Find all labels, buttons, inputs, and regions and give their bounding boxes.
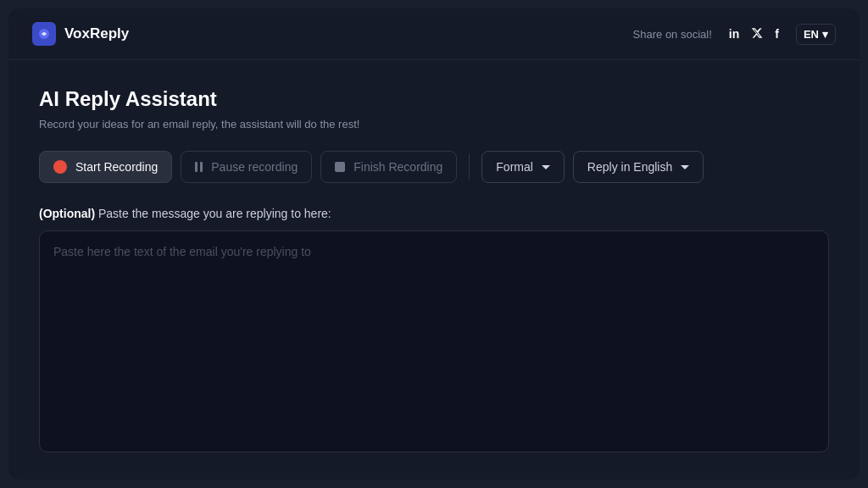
page-subtitle: Record your ideas for an email reply, th… xyxy=(39,118,829,130)
controls-divider xyxy=(469,154,470,180)
page-title: AI Reply Assistant xyxy=(39,87,829,111)
record-dot-icon xyxy=(53,160,67,174)
pause-recording-label: Pause recording xyxy=(211,160,298,174)
twitter-icon[interactable] xyxy=(751,27,763,42)
language-dropdown-label: Reply in English xyxy=(587,160,672,174)
linkedin-icon[interactable]: in xyxy=(729,27,739,41)
pause-bar-left xyxy=(195,162,198,172)
app-wrapper: VoxReply Share on social! in f EN ▾ AI R… xyxy=(8,8,860,480)
header-right: Share on social! in f EN ▾ xyxy=(633,24,836,45)
facebook-icon[interactable]: f xyxy=(775,27,779,41)
pause-bar-right xyxy=(200,162,203,172)
main-content: AI Reply Assistant Record your ideas for… xyxy=(8,60,860,480)
finish-icon xyxy=(335,162,345,172)
optional-text: Paste the message you are replying to he… xyxy=(95,207,331,220)
tone-dropdown[interactable]: Formal xyxy=(481,151,565,183)
social-icons: in f xyxy=(729,27,779,42)
logo-area: VoxReply xyxy=(32,22,129,46)
logo-text: VoxReply xyxy=(64,25,129,42)
tone-chevron-icon xyxy=(542,165,550,169)
lang-label: EN xyxy=(804,28,819,41)
finish-recording-button[interactable]: Finish Recording xyxy=(320,151,457,183)
controls-row: Start Recording Pause recording Finish R… xyxy=(39,151,829,183)
start-recording-button[interactable]: Start Recording xyxy=(39,151,172,183)
lang-chevron-icon xyxy=(681,165,689,169)
finish-recording-label: Finish Recording xyxy=(353,160,442,174)
optional-label: (Optional) Paste the message you are rep… xyxy=(39,207,829,220)
optional-prefix: (Optional) xyxy=(39,207,95,220)
language-dropdown[interactable]: Reply in English xyxy=(573,151,704,183)
lang-selector[interactable]: EN ▾ xyxy=(796,24,836,45)
pause-recording-button[interactable]: Pause recording xyxy=(181,151,312,183)
pause-icon xyxy=(195,162,203,172)
header: VoxReply Share on social! in f EN ▾ xyxy=(8,8,860,60)
start-recording-label: Start Recording xyxy=(75,160,158,174)
share-text: Share on social! xyxy=(633,28,712,41)
lang-chevron: ▾ xyxy=(822,28,828,41)
tone-dropdown-label: Formal xyxy=(496,160,533,174)
logo-icon xyxy=(32,22,56,46)
reply-textarea[interactable] xyxy=(39,230,829,452)
